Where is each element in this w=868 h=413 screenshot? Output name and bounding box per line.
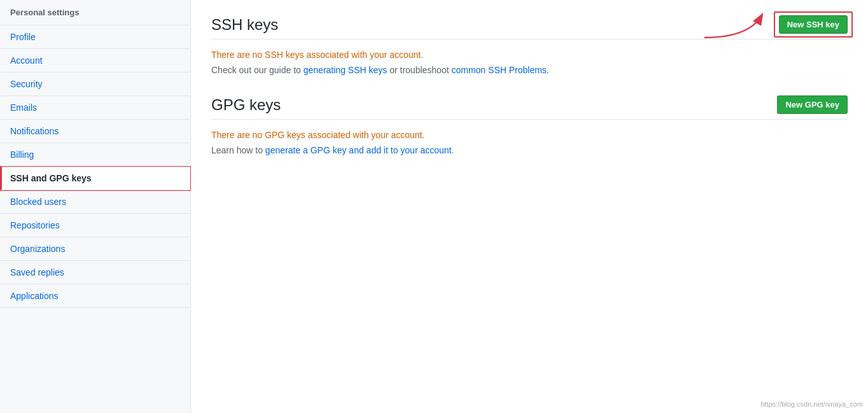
ssh-section-header: SSH keys New SSH key	[211, 15, 848, 39]
ssh-help-prefix: Check out our guide to	[211, 65, 304, 75]
ssh-section-title: SSH keys	[211, 16, 278, 34]
gpg-section-header: GPG keys New GPG key	[211, 95, 848, 120]
ssh-keys-section: SSH keys New SSH key There are no SSH k	[211, 15, 848, 75]
gpg-generate-link[interactable]: generate a GPG key and add it to your ac…	[265, 145, 452, 155]
sidebar-item-notifications[interactable]: Notifications	[0, 120, 190, 143]
new-ssh-key-wrapper: New SSH key	[779, 15, 848, 34]
gpg-section-title: GPG keys	[211, 96, 281, 114]
ssh-help-text: Check out our guide to generating SSH ke…	[211, 65, 848, 75]
new-ssh-key-button[interactable]: New SSH key	[779, 15, 848, 34]
main-content: SSH keys New SSH key There are no SSH k	[191, 0, 868, 413]
sidebar-item-account[interactable]: Account	[0, 49, 190, 73]
ssh-no-keys-text: There are no SSH keys associated with yo…	[211, 50, 848, 60]
gpg-help-prefix: Learn how to	[211, 145, 265, 155]
sidebar-item-security[interactable]: Security	[0, 73, 190, 96]
sidebar-header: Personal settings	[0, 0, 190, 25]
sidebar-item-profile[interactable]: Profile	[0, 25, 190, 49]
ssh-generating-link[interactable]: generating SSH keys	[304, 65, 388, 75]
ssh-problems-link[interactable]: common SSH Problems	[451, 65, 546, 75]
sidebar-item-emails[interactable]: Emails	[0, 96, 190, 120]
watermark: https://blog.csdn.net/ninaya_com	[760, 400, 863, 408]
sidebar-item-billing[interactable]: Billing	[0, 143, 190, 167]
sidebar-item-applications[interactable]: Applications	[0, 284, 190, 308]
ssh-help-mid: or troubleshoot	[387, 65, 451, 75]
sidebar-item-saved-replies[interactable]: Saved replies	[0, 261, 190, 284]
gpg-help-suffix: .	[451, 145, 454, 155]
sidebar-item-repositories[interactable]: Repositories	[0, 214, 190, 237]
gpg-keys-section: GPG keys New GPG key There are no GPG ke…	[211, 95, 848, 155]
ssh-help-suffix: .	[547, 65, 549, 75]
red-arrow-icon	[698, 9, 768, 44]
new-gpg-key-button[interactable]: New GPG key	[777, 95, 848, 114]
sidebar-item-ssh-gpg-keys[interactable]: SSH and GPG keys	[0, 167, 190, 190]
sidebar-item-organizations[interactable]: Organizations	[0, 237, 190, 261]
sidebar-item-blocked-users[interactable]: Blocked users	[0, 190, 190, 214]
sidebar: Personal settings ProfileAccountSecurity…	[0, 0, 191, 413]
gpg-no-keys-text: There are no GPG keys associated with yo…	[211, 130, 848, 140]
gpg-help-text: Learn how to generate a GPG key and add …	[211, 145, 848, 155]
